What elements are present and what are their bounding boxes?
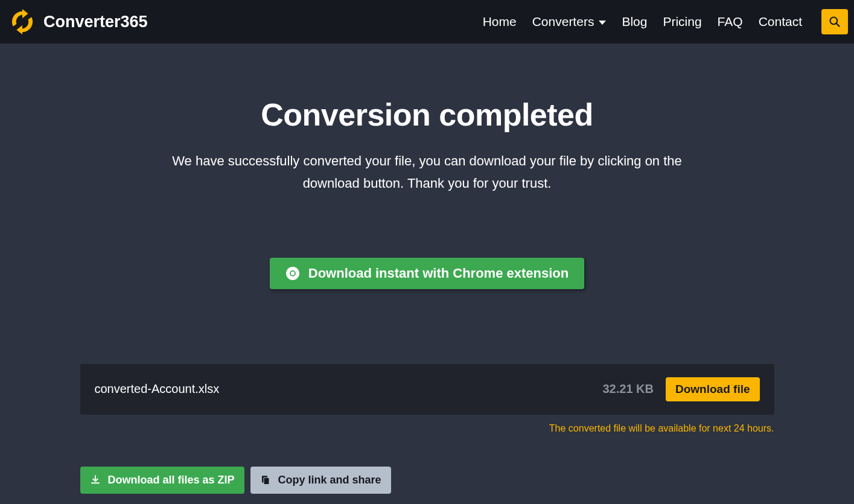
- svg-point-4: [291, 272, 295, 275]
- file-size: 32.21 KB: [603, 382, 654, 396]
- nav-blog[interactable]: Blog: [622, 14, 647, 29]
- download-file-button[interactable]: Download file: [666, 377, 760, 401]
- chrome-icon: [285, 266, 300, 281]
- search-icon: [829, 16, 841, 28]
- copy-link-button[interactable]: Copy link and share: [250, 467, 391, 494]
- file-result-row: converted-Account.xlsx 32.21 KB Download…: [80, 364, 774, 415]
- chrome-extension-label: Download instant with Chrome extension: [308, 266, 569, 281]
- main-nav: Home Converters Blog Pricing FAQ Contact: [483, 9, 848, 34]
- svg-line-1: [836, 24, 840, 27]
- logo-icon: [8, 8, 36, 36]
- copy-link-label: Copy link and share: [278, 474, 381, 486]
- svg-rect-6: [264, 478, 269, 485]
- download-icon: [90, 474, 101, 485]
- nav-faq[interactable]: FAQ: [718, 14, 743, 29]
- availability-note: The converted file will be available for…: [80, 423, 774, 434]
- search-button[interactable]: [821, 9, 848, 34]
- logo[interactable]: Converter365: [8, 8, 148, 36]
- chevron-down-icon: [599, 21, 606, 25]
- nav-converters-label: Converters: [532, 14, 594, 29]
- copy-icon: [260, 474, 271, 485]
- nav-converters[interactable]: Converters: [532, 14, 607, 29]
- page-title: Conversion completed: [0, 97, 854, 133]
- action-buttons: Download all files as ZIP Copy link and …: [80, 467, 774, 494]
- chrome-extension-button[interactable]: Download instant with Chrome extension: [270, 258, 584, 289]
- nav-home[interactable]: Home: [483, 14, 517, 29]
- brand-name: Converter365: [43, 13, 148, 31]
- download-zip-button[interactable]: Download all files as ZIP: [80, 467, 244, 494]
- header: Converter365 Home Converters Blog Pricin…: [0, 0, 854, 43]
- file-name: converted-Account.xlsx: [95, 382, 220, 396]
- nav-pricing[interactable]: Pricing: [663, 14, 701, 29]
- nav-contact[interactable]: Contact: [759, 14, 802, 29]
- page-subtitle: We have successfully converted your file…: [150, 150, 705, 195]
- main-content: Conversion completed We have successfull…: [0, 43, 854, 504]
- download-zip-label: Download all files as ZIP: [108, 474, 235, 486]
